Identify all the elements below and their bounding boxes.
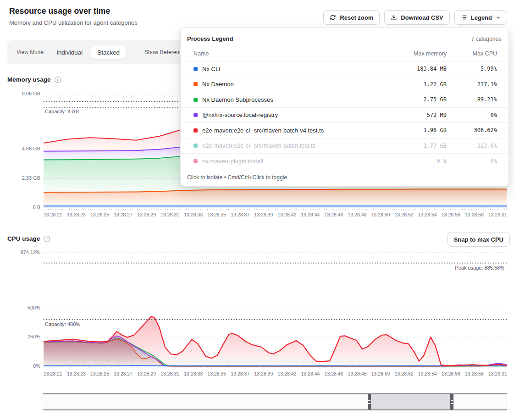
legend-row[interactable]: Nx Daemon Subprocesses2.75 GB89.21% — [181, 92, 508, 108]
x-tick-label: 13:28:27 — [114, 212, 133, 217]
refresh-icon — [330, 14, 336, 21]
series-max-cpu: 306.62% — [447, 127, 497, 133]
column-max-memory: Max memory — [378, 50, 447, 57]
x-tick-label: 13:28:58 — [465, 212, 484, 217]
view-mode-stacked[interactable]: Stacked — [90, 46, 127, 59]
resource-usage-page: Resource usage over time Memory and CPU … — [0, 0, 514, 420]
legend-row[interactable]: e2e-maven:e2e-ci--src/maven-batch.test.t… — [181, 138, 508, 154]
time-range-brush[interactable] — [43, 393, 507, 410]
series-max-memory: 1.96 GB — [378, 127, 447, 133]
memory-y-tick-label: 0 B — [0, 204, 40, 210]
legend-row[interactable]: e2e-maven:e2e-ci--src/maven-batch-v4.tes… — [181, 123, 508, 138]
cpu-x-axis-labels: 13:28:2113:28:2313:28:2513:28:2713:28:29… — [44, 371, 507, 376]
x-tick-label: 13:28:44 — [301, 371, 320, 376]
series-max-cpu: 323.6% — [447, 143, 497, 149]
x-tick-label: 13:28:46 — [325, 212, 343, 217]
info-icon[interactable] — [55, 77, 61, 83]
legend-row[interactable]: Nx CLI183.84 MB5.99% — [181, 61, 508, 77]
x-tick-label: 13:28:48 — [348, 371, 367, 376]
series-color-swatch — [193, 98, 198, 102]
x-tick-label: 13:28:31 — [160, 371, 179, 376]
view-mode-individual[interactable]: Individual — [56, 49, 83, 56]
x-tick-label: 13:29:01 — [488, 371, 507, 376]
snap-to-max-cpu-button[interactable]: Snap to max CPU — [448, 232, 510, 247]
legend-label: Legend — [471, 14, 492, 21]
cpu-y-tick-label: 0% — [0, 363, 40, 369]
cpu-y-tick-label: 250% — [0, 334, 40, 339]
x-tick-label: 13:28:37 — [231, 371, 249, 376]
x-tick-label: 13:28:58 — [465, 371, 484, 376]
x-tick-label: 13:28:21 — [44, 371, 62, 376]
download-icon — [391, 14, 397, 21]
series-max-memory: 0 B — [378, 158, 447, 164]
x-tick-label: 13:28:31 — [160, 212, 179, 217]
series-max-cpu: 0% — [447, 158, 497, 164]
x-tick-label: 13:28:25 — [90, 371, 109, 376]
x-tick-label: 13:28:35 — [207, 371, 226, 376]
legend-rows: Nx CLI183.84 MB5.99%Nx Daemon1.22 GB217.… — [181, 61, 508, 169]
cpu-y-tick-label: 974.12% — [0, 249, 40, 255]
x-tick-label: 13:28:54 — [418, 212, 437, 217]
x-tick-label: 13:28:29 — [137, 371, 156, 376]
column-name: Name — [193, 50, 378, 57]
series-max-cpu: 89.21% — [447, 96, 497, 103]
series-color-swatch — [193, 128, 198, 133]
x-tick-label: 13:28:56 — [442, 212, 460, 217]
legend-row[interactable]: nx-maven-plugin:install0 B0% — [181, 154, 508, 169]
legend-row[interactable]: @nx/nx-source:local-registry572 MB0% — [181, 108, 508, 123]
download-csv-button[interactable]: Download CSV — [384, 10, 449, 25]
column-max-cpu: Max CPU — [447, 50, 497, 57]
reset-zoom-button[interactable]: Reset zoom — [323, 10, 380, 25]
memory-usage-title: Memory usage — [7, 76, 51, 83]
cpu-capacity-reference-label: Capacity: 400% — [45, 321, 80, 327]
legend-row[interactable]: Nx Daemon1.22 GB217.1% — [181, 77, 508, 93]
memory-section-title: Memory usage — [7, 76, 61, 83]
series-max-cpu: 217.1% — [447, 81, 497, 88]
x-tick-label: 13:28:50 — [371, 212, 390, 217]
brush-handle-left[interactable] — [368, 394, 371, 409]
x-tick-label: 13:28:25 — [90, 212, 109, 217]
x-tick-label: 13:28:44 — [301, 212, 320, 217]
cpu-section-title: CPU usage — [7, 235, 50, 242]
chevron-down-icon — [496, 15, 501, 20]
memory-y-tick-label: 9.06 GB — [0, 91, 40, 96]
series-color-swatch — [193, 82, 198, 86]
x-tick-label: 13:28:42 — [277, 212, 296, 217]
category-count: 7 categories — [471, 36, 501, 42]
grip-icon — [451, 400, 453, 404]
series-color-swatch — [193, 159, 198, 163]
x-tick-label: 13:28:52 — [395, 371, 414, 376]
cpu-y-tick-label: 500% — [0, 305, 40, 310]
x-tick-label: 13:28:35 — [207, 212, 226, 217]
legend-hint: Click to isolate • Cmd/Ctrl+Click to tog… — [181, 169, 508, 185]
download-csv-label: Download CSV — [401, 14, 443, 21]
legend-dropdown-button[interactable]: Legend — [454, 10, 507, 25]
header-actions: Reset zoom Download CSV Legend — [323, 10, 507, 25]
popup-header: Process Legend 7 categories — [181, 28, 508, 48]
series-color-swatch — [193, 113, 198, 117]
series-max-memory: 1.22 GB — [378, 81, 447, 88]
series-max-cpu: 0% — [447, 112, 497, 118]
process-legend-popup: Process Legend 7 categories Name Max mem… — [180, 28, 509, 187]
x-tick-label: 13:28:37 — [231, 212, 249, 217]
x-tick-label: 13:28:39 — [254, 212, 273, 217]
list-icon — [461, 14, 467, 21]
cpu-chart[interactable] — [44, 250, 507, 368]
page-subtitle: Memory and CPU utilization for agent cat… — [9, 19, 138, 26]
x-tick-label: 13:28:33 — [184, 371, 203, 376]
x-tick-label: 13:28:50 — [371, 371, 390, 376]
x-tick-label: 13:28:56 — [442, 371, 460, 376]
series-max-memory: 1.77 GB — [378, 143, 447, 149]
x-tick-label: 13:28:23 — [67, 212, 86, 217]
x-tick-label: 13:28:39 — [254, 371, 273, 376]
x-tick-label: 13:28:46 — [325, 371, 343, 376]
brush-selection[interactable] — [368, 394, 453, 409]
series-color-swatch — [193, 67, 198, 71]
memory-capacity-reference-label: Capacity: 8 GB — [45, 109, 79, 114]
x-tick-label: 13:28:52 — [395, 212, 414, 217]
series-name: Nx CLI — [202, 66, 378, 72]
info-icon[interactable] — [44, 236, 50, 242]
brush-handle-right[interactable] — [450, 394, 453, 409]
memory-x-axis-labels: 13:28:2113:28:2313:28:2513:28:2713:28:29… — [44, 212, 507, 217]
x-tick-label: 13:28:21 — [44, 212, 62, 217]
